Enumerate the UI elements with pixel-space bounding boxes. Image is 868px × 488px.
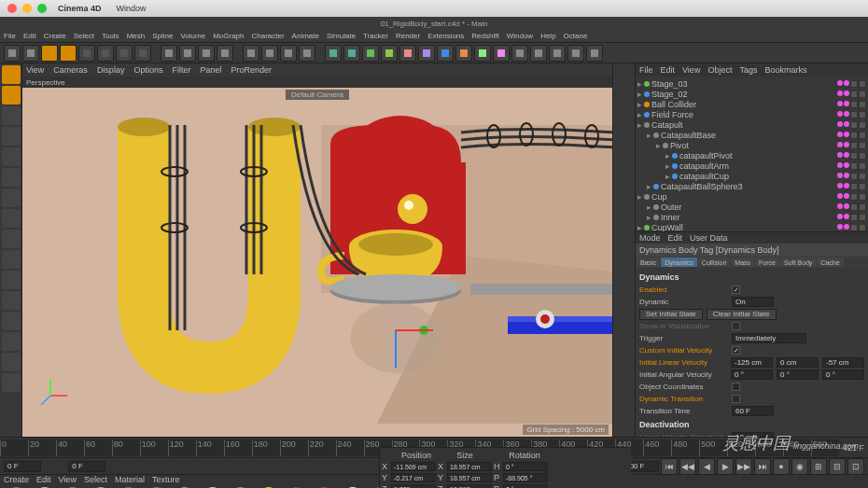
enabled-checkbox[interactable] — [732, 286, 740, 294]
toolbar-btn-31[interactable] — [549, 45, 566, 62]
toolbar-btn-17[interactable] — [299, 45, 315, 62]
toolbar-btn-6[interactable] — [116, 45, 133, 62]
mat-menu-edit[interactable]: Edit — [36, 475, 51, 484]
menu-tools[interactable]: Tools — [102, 32, 119, 40]
lin-v-y[interactable] — [777, 357, 819, 368]
menu-tracker[interactable]: Tracker — [363, 32, 388, 40]
toolbar-btn-21[interactable] — [362, 45, 379, 62]
left-tool-10[interactable] — [2, 271, 21, 289]
tree-item[interactable]: ▸CatapaultBallSphere3 — [637, 181, 866, 191]
mac-zoom[interactable] — [37, 4, 47, 13]
toolbar-btn-16[interactable] — [280, 45, 297, 62]
object-tree[interactable]: ▸Stage_03▸Stage_02▸Ball Collider▸Field F… — [636, 77, 868, 231]
attr-menu-mode[interactable]: Mode — [639, 233, 661, 243]
tree-item[interactable]: ▸Stage_02 — [637, 89, 866, 99]
left-tool-15[interactable] — [2, 373, 21, 392]
tree-item[interactable]: ▸Pivot — [637, 140, 866, 150]
mat-menu-select[interactable]: Select — [84, 475, 107, 484]
toolbar-btn-28[interactable] — [493, 45, 510, 62]
toolbar-btn-10[interactable] — [179, 45, 196, 62]
vp-menu-panel[interactable]: Panel — [200, 65, 221, 75]
menu-character[interactable]: Character — [251, 32, 284, 40]
subtab-mass[interactable]: Mass — [731, 258, 754, 267]
subtab-force[interactable]: Force — [755, 258, 779, 267]
obj-menu-tags[interactable]: Tags — [739, 65, 757, 75]
toolbar-btn-20[interactable] — [343, 45, 360, 62]
obj-menu-file[interactable]: File — [639, 65, 653, 75]
menu-render[interactable]: Render — [396, 32, 420, 40]
toolbar-btn-23[interactable] — [399, 45, 416, 62]
camera-label[interactable]: Default Camera — [286, 90, 349, 100]
left-tool-0[interactable] — [2, 65, 21, 84]
obj-menu-bookmarks[interactable]: Bookmarks — [764, 65, 806, 75]
ang-v-z[interactable] — [822, 369, 864, 380]
vp-menu-view[interactable]: View — [26, 65, 44, 75]
toolbar-btn-0[interactable] — [4, 45, 21, 62]
subtab-collision[interactable]: Collision — [698, 258, 730, 267]
mat-menu-texture[interactable]: Texture — [152, 475, 180, 484]
toolbar-btn-22[interactable] — [381, 45, 398, 62]
playback-btn-7[interactable]: ◉ — [791, 458, 808, 475]
viewport-3d[interactable]: Default Camera Grid Spacing : 5000 cm — [22, 88, 612, 437]
dynamic-dropdown[interactable]: On — [732, 297, 774, 307]
mat-menu-create[interactable]: Create — [4, 475, 29, 484]
left-tool-3[interactable] — [2, 127, 21, 146]
ang-v-y[interactable] — [777, 369, 819, 380]
obj-menu-edit[interactable]: Edit — [661, 65, 676, 75]
toolbar-btn-32[interactable] — [567, 45, 584, 62]
obj-menu-view[interactable]: View — [682, 65, 700, 75]
menu-select[interactable]: Select — [74, 32, 94, 40]
vp-menu-cameras[interactable]: Cameras — [53, 65, 88, 75]
playback-btn-5[interactable]: ⏭ — [754, 458, 771, 475]
toolbar-btn-27[interactable] — [474, 45, 491, 62]
toolbar-btn-24[interactable] — [418, 45, 435, 62]
vp-menu-display[interactable]: Display — [97, 65, 125, 75]
playback-btn-0[interactable]: ⏮ — [661, 458, 678, 475]
menu-mesh[interactable]: Mesh — [127, 32, 146, 40]
trigger-dropdown[interactable]: Immediately — [732, 333, 806, 343]
menu-help[interactable]: Help — [540, 32, 555, 40]
left-tool-13[interactable] — [2, 332, 21, 351]
toolbar-btn-29[interactable] — [511, 45, 528, 62]
toolbar-btn-12[interactable] — [217, 45, 233, 62]
menu-spline[interactable]: Spline — [152, 32, 173, 40]
toolbar-btn-5[interactable] — [97, 45, 114, 62]
playback-btn-10[interactable]: ⊡ — [847, 458, 864, 475]
menu-volume[interactable]: Volume — [180, 32, 205, 40]
mat-menu-material[interactable]: Material — [115, 475, 145, 484]
menu-animate[interactable]: Animate — [292, 32, 319, 40]
mac-close[interactable] — [7, 4, 17, 13]
playback-btn-8[interactable]: ⊞ — [810, 458, 827, 475]
mac-minimize[interactable] — [22, 4, 32, 13]
tree-item[interactable]: ▸catapaultCup — [637, 171, 866, 181]
tree-item[interactable]: ▸Outer — [637, 202, 866, 212]
tree-item[interactable]: ▸Inner — [637, 212, 866, 222]
tree-item[interactable]: ▸catapaultPivot — [637, 150, 866, 160]
left-tool-7[interactable] — [2, 209, 21, 228]
toolbar-btn-1[interactable] — [22, 45, 39, 62]
vp-menu-prorender[interactable]: ProRender — [231, 65, 272, 75]
toolbar-btn-25[interactable] — [437, 45, 454, 62]
tree-item[interactable]: ▸Catapult — [637, 119, 866, 130]
left-tool-4[interactable] — [2, 147, 21, 166]
attr-menu-edit[interactable]: Edit — [668, 233, 683, 243]
mac-menu-window[interactable]: Window — [117, 4, 147, 13]
toolbar-btn-9[interactable] — [161, 45, 177, 62]
tree-item[interactable]: ▸CupWall — [637, 222, 866, 231]
left-tool-12[interactable] — [2, 312, 21, 330]
playback-btn-2[interactable]: ◀ — [698, 458, 715, 475]
menu-redshift[interactable]: Redshift — [471, 32, 498, 40]
obj-menu-object[interactable]: Object — [707, 65, 732, 75]
toolbar-btn-19[interactable] — [325, 45, 342, 62]
menu-extensions[interactable]: Extensions — [427, 32, 464, 40]
ang-v-x[interactable] — [731, 369, 773, 380]
tree-item[interactable]: ▸Stage_03 — [637, 78, 866, 89]
left-tool-14[interactable] — [2, 353, 21, 371]
toolbar-btn-26[interactable] — [455, 45, 472, 62]
custom-iv-checkbox[interactable] — [732, 346, 740, 355]
toolbar-btn-3[interactable] — [60, 45, 77, 62]
tree-item[interactable]: ▸Ball Collider — [637, 99, 866, 109]
playback-btn-9[interactable]: ⊟ — [829, 458, 846, 475]
left-tool-1[interactable] — [2, 86, 21, 105]
left-tool-5[interactable] — [2, 168, 21, 187]
